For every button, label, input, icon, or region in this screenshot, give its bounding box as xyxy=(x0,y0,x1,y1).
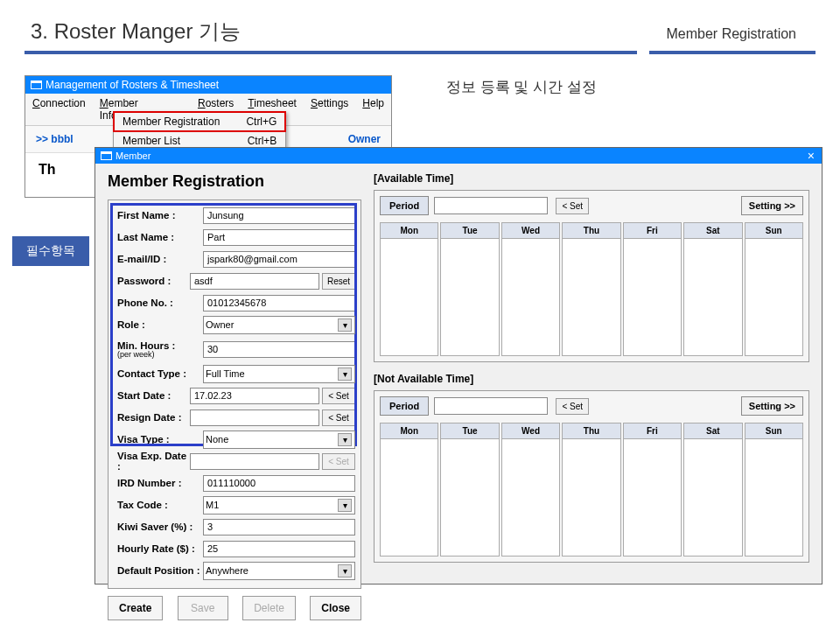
delete-button: Delete xyxy=(242,596,296,620)
caption-korean: 정보 등록 및 시간 설정 xyxy=(446,77,597,97)
close-button[interactable]: Close xyxy=(310,596,361,620)
notavail-col-sat[interactable]: Sat xyxy=(683,423,742,556)
notavail-day-grid: Mon Tue Wed Thu Fri Sat Sun xyxy=(380,423,803,556)
label-resign-date: Resign Date : xyxy=(114,412,190,423)
notavail-setting-button[interactable]: Setting >> xyxy=(741,396,803,416)
hourly-rate-input[interactable] xyxy=(203,541,355,557)
notavail-period-input[interactable] xyxy=(434,397,548,415)
avail-period-input[interactable] xyxy=(434,197,548,214)
visa-type-select[interactable]: None xyxy=(203,430,355,449)
avail-day-grid: Mon Tue Wed Thu Fri Sat Sun xyxy=(380,222,803,356)
resign-date-set-button[interactable]: < Set xyxy=(322,410,355,426)
menu-settings[interactable]: Settings xyxy=(304,94,355,125)
visa-exp-set-button: < Set xyxy=(322,453,355,470)
notavail-col-fri[interactable]: Fri xyxy=(623,423,682,556)
label-tax-code: Tax Code : xyxy=(114,500,203,510)
label-visa-type: Visa Type : xyxy=(114,434,203,444)
notavail-col-sun[interactable]: Sun xyxy=(745,423,803,556)
notavail-col-thu[interactable]: Thu xyxy=(562,423,620,556)
member-titlebar: Member × xyxy=(95,148,822,164)
visa-exp-input[interactable] xyxy=(190,453,319,470)
menu-help[interactable]: Help xyxy=(355,94,391,125)
app-icon xyxy=(31,80,42,89)
phone-input[interactable] xyxy=(203,295,355,312)
label-start-date: Start Date : xyxy=(114,390,190,401)
resign-date-input[interactable] xyxy=(190,410,319,426)
label-hourly-rate: Hourly Rate ($) : xyxy=(114,543,203,554)
app-icon xyxy=(101,151,112,160)
avail-period-button[interactable]: Period xyxy=(380,196,429,215)
notavail-col-tue[interactable]: Tue xyxy=(440,423,499,556)
label-password: Password : xyxy=(114,276,190,286)
dropdown-label: Member List xyxy=(122,135,180,147)
last-name-input[interactable] xyxy=(203,229,355,246)
avail-setting-button[interactable]: Setting >> xyxy=(741,196,803,215)
first-name-input[interactable] xyxy=(203,207,355,224)
close-icon[interactable]: × xyxy=(808,149,815,163)
label-default-position: Default Position : xyxy=(114,565,203,576)
create-button[interactable]: Create xyxy=(108,596,163,620)
breadcrumb-left: >> bbbl xyxy=(36,133,74,145)
avail-col-sat[interactable]: Sat xyxy=(683,222,742,356)
label-phone: Phone No. : xyxy=(114,298,203,308)
avail-col-wed[interactable]: Wed xyxy=(501,222,560,356)
ird-input[interactable] xyxy=(203,475,355,492)
save-button: Save xyxy=(178,596,228,620)
label-kiwi-saver: Kiwi Saver (%) : xyxy=(114,522,203,532)
member-form: First Name : Last Name : E-mail/ID : Pas… xyxy=(108,200,361,589)
reset-button[interactable]: Reset xyxy=(322,273,355,290)
notavail-period-button[interactable]: Period xyxy=(380,396,429,416)
notavail-col-wed[interactable]: Wed xyxy=(501,423,560,556)
available-time-panel: Period < Set Setting >> Mon Tue Wed Thu … xyxy=(374,190,809,362)
avail-col-thu[interactable]: Thu xyxy=(562,222,620,356)
menu-connection[interactable]: Connection xyxy=(25,94,93,125)
email-input[interactable] xyxy=(203,251,355,268)
avail-col-mon[interactable]: Mon xyxy=(380,222,438,356)
main-title-text: Management of Rosters & Timesheet xyxy=(46,79,219,91)
start-date-set-button[interactable]: < Set xyxy=(322,388,355,404)
not-available-time-title: [Not Available Time] xyxy=(374,373,809,385)
min-hours-input[interactable] xyxy=(203,341,355,358)
contract-type-select[interactable]: Full Time xyxy=(203,365,355,383)
member-title-text: Member xyxy=(116,150,150,161)
label-first-name: First Name : xyxy=(114,210,203,220)
avail-set-button[interactable]: < Set xyxy=(556,198,589,214)
label-visa-exp: Visa Exp. Date : xyxy=(114,451,190,472)
not-available-time-panel: Period < Set Setting >> Mon Tue Wed Thu … xyxy=(374,390,809,563)
label-last-name: Last Name : xyxy=(114,232,203,242)
member-heading: Member Registration xyxy=(108,172,361,191)
member-dialog: Member × Member Registration First Name … xyxy=(94,147,822,584)
dropdown-label: Member Registration xyxy=(122,116,220,128)
main-titlebar: Management of Rosters & Timesheet xyxy=(25,76,391,94)
label-contract-type: Contact Type : xyxy=(114,368,203,379)
member-info-dropdown: Member Registration Ctrl+G Member List C… xyxy=(113,111,286,151)
divider xyxy=(649,51,816,54)
slide-title: 3. Roster Manger 기능 xyxy=(31,18,241,46)
label-role: Role : xyxy=(114,319,203,330)
dropdown-shortcut: Ctrl+G xyxy=(246,116,276,128)
available-time-title: [Available Time] xyxy=(374,172,809,185)
notavail-set-button[interactable]: < Set xyxy=(556,398,589,415)
dropdown-member-registration[interactable]: Member Registration Ctrl+G xyxy=(114,112,285,131)
avail-col-fri[interactable]: Fri xyxy=(623,222,682,356)
avail-col-sun[interactable]: Sun xyxy=(745,222,803,356)
required-fields-callout: 필수항목 xyxy=(12,236,89,266)
tax-code-select[interactable]: M1 xyxy=(203,496,355,514)
password-input[interactable] xyxy=(190,273,319,290)
label-email: E-mail/ID : xyxy=(114,254,203,264)
avail-col-tue[interactable]: Tue xyxy=(440,222,499,356)
slide-subtitle: Member Registration xyxy=(667,26,797,42)
notavail-col-mon[interactable]: Mon xyxy=(380,423,438,556)
kiwi-saver-input[interactable] xyxy=(203,519,355,536)
label-min-hours: Min. Hours :(per week) xyxy=(114,340,203,359)
label-ird: IRD Number : xyxy=(114,478,203,488)
breadcrumb-right: Owner xyxy=(348,133,381,145)
dropdown-shortcut: Ctrl+B xyxy=(248,135,277,147)
form-actions: Create Save Delete Close xyxy=(108,589,361,620)
divider xyxy=(24,51,637,54)
default-position-select[interactable]: Anywhere xyxy=(203,562,355,580)
role-select[interactable]: Owner xyxy=(203,316,355,334)
start-date-input[interactable] xyxy=(190,388,319,404)
